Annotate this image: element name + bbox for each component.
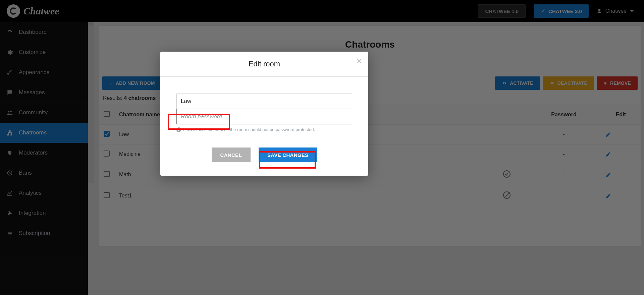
edit-room-modal: ✕ Edit room i Leave this field empty if … <box>160 52 368 176</box>
cancel-button[interactable]: CANCEL <box>212 148 251 162</box>
password-hint: i Leave this field empty if the room sho… <box>176 127 352 132</box>
room-password-input[interactable] <box>176 109 352 124</box>
save-label: SAVE CHANGES <box>267 152 309 158</box>
password-hint-text: Leave this field empty if the room shoul… <box>183 127 315 132</box>
modal-title: Edit room <box>160 60 368 76</box>
room-name-input[interactable] <box>176 94 352 109</box>
info-icon: i <box>176 127 181 132</box>
cancel-label: CANCEL <box>220 152 242 158</box>
close-icon[interactable]: ✕ <box>356 58 362 65</box>
save-changes-button[interactable]: SAVE CHANGES <box>259 148 317 162</box>
